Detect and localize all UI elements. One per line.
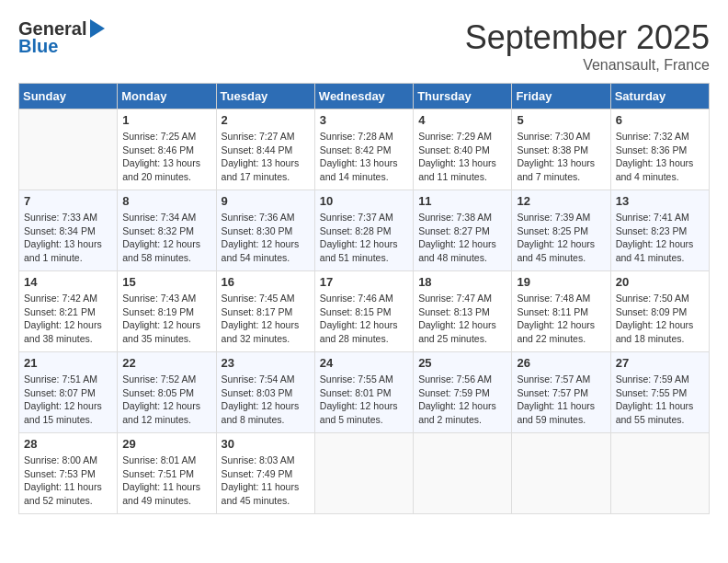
calendar-cell: 30Sunrise: 8:03 AMSunset: 7:49 PMDayligh… [216, 433, 314, 514]
logo-blue-text: Blue [18, 36, 58, 57]
weekday-header: Friday [512, 84, 610, 109]
calendar-cell: 20Sunrise: 7:50 AMSunset: 8:09 PMDayligh… [610, 271, 709, 352]
calendar-cell: 5Sunrise: 7:30 AMSunset: 8:38 PMDaylight… [512, 109, 610, 190]
calendar-cell: 1Sunrise: 7:25 AMSunset: 8:46 PMDaylight… [118, 109, 216, 190]
day-number: 28 [24, 437, 112, 451]
calendar-cell: 24Sunrise: 7:55 AMSunset: 8:01 PMDayligh… [314, 352, 413, 433]
calendar-cell: 26Sunrise: 7:57 AMSunset: 7:57 PMDayligh… [512, 352, 610, 433]
calendar-cell: 3Sunrise: 7:28 AMSunset: 8:42 PMDaylight… [314, 109, 413, 190]
day-info: Sunrise: 7:42 AMSunset: 8:21 PMDaylight:… [24, 292, 112, 346]
day-number: 27 [616, 356, 704, 370]
day-number: 19 [517, 275, 605, 289]
location: Venansault, France [465, 57, 710, 74]
day-info: Sunrise: 7:54 AMSunset: 8:03 PMDaylight:… [222, 373, 310, 427]
weekday-header: Tuesday [216, 84, 314, 109]
calendar-week-row: 1Sunrise: 7:25 AMSunset: 8:46 PMDaylight… [19, 109, 710, 190]
day-number: 22 [122, 356, 210, 370]
calendar-cell: 15Sunrise: 7:43 AMSunset: 8:19 PMDayligh… [118, 271, 216, 352]
calendar-cell [610, 433, 709, 514]
day-info: Sunrise: 7:50 AMSunset: 8:09 PMDaylight:… [616, 292, 704, 346]
day-number: 30 [222, 437, 310, 451]
day-info: Sunrise: 7:43 AMSunset: 8:19 PMDaylight:… [122, 292, 210, 346]
calendar-cell: 7Sunrise: 7:33 AMSunset: 8:34 PMDaylight… [19, 190, 118, 271]
calendar-cell: 2Sunrise: 7:27 AMSunset: 8:44 PMDaylight… [216, 109, 314, 190]
calendar-cell: 17Sunrise: 7:46 AMSunset: 8:15 PMDayligh… [314, 271, 413, 352]
calendar-cell [19, 109, 118, 190]
day-info: Sunrise: 7:51 AMSunset: 8:07 PMDaylight:… [24, 373, 112, 427]
day-number: 11 [418, 194, 506, 208]
day-info: Sunrise: 8:00 AMSunset: 7:53 PMDaylight:… [24, 454, 112, 508]
day-number: 3 [320, 113, 408, 127]
day-info: Sunrise: 7:38 AMSunset: 8:27 PMDaylight:… [418, 211, 506, 265]
day-info: Sunrise: 8:01 AMSunset: 7:51 PMDaylight:… [122, 454, 210, 508]
day-info: Sunrise: 7:55 AMSunset: 8:01 PMDaylight:… [320, 373, 408, 427]
calendar-cell: 16Sunrise: 7:45 AMSunset: 8:17 PMDayligh… [216, 271, 314, 352]
day-number: 17 [320, 275, 408, 289]
page-header: General Blue September 2025 Venansault, … [18, 18, 710, 74]
day-number: 1 [122, 113, 210, 127]
calendar-cell: 11Sunrise: 7:38 AMSunset: 8:27 PMDayligh… [414, 190, 512, 271]
day-info: Sunrise: 7:41 AMSunset: 8:23 PMDaylight:… [616, 211, 704, 265]
day-number: 9 [222, 194, 310, 208]
calendar-cell: 19Sunrise: 7:48 AMSunset: 8:11 PMDayligh… [512, 271, 610, 352]
calendar-cell: 25Sunrise: 7:56 AMSunset: 7:59 PMDayligh… [414, 352, 512, 433]
month-title: September 2025 [465, 18, 710, 57]
calendar-cell: 9Sunrise: 7:36 AMSunset: 8:30 PMDaylight… [216, 190, 314, 271]
day-info: Sunrise: 7:57 AMSunset: 7:57 PMDaylight:… [517, 373, 605, 427]
day-info: Sunrise: 7:37 AMSunset: 8:28 PMDaylight:… [320, 211, 408, 265]
day-number: 16 [222, 275, 310, 289]
calendar-week-row: 14Sunrise: 7:42 AMSunset: 8:21 PMDayligh… [19, 271, 710, 352]
day-number: 23 [222, 356, 310, 370]
day-info: Sunrise: 8:03 AMSunset: 7:49 PMDaylight:… [222, 454, 310, 508]
day-info: Sunrise: 7:39 AMSunset: 8:25 PMDaylight:… [517, 211, 605, 265]
day-info: Sunrise: 7:28 AMSunset: 8:42 PMDaylight:… [320, 130, 408, 184]
day-info: Sunrise: 7:59 AMSunset: 7:55 PMDaylight:… [616, 373, 704, 427]
day-number: 5 [517, 113, 605, 127]
calendar-cell: 12Sunrise: 7:39 AMSunset: 8:25 PMDayligh… [512, 190, 610, 271]
day-info: Sunrise: 7:52 AMSunset: 8:05 PMDaylight:… [122, 373, 210, 427]
logo-arrow-icon [90, 19, 105, 38]
day-info: Sunrise: 7:29 AMSunset: 8:40 PMDaylight:… [418, 130, 506, 184]
day-info: Sunrise: 7:48 AMSunset: 8:11 PMDaylight:… [517, 292, 605, 346]
day-number: 20 [616, 275, 704, 289]
day-info: Sunrise: 7:47 AMSunset: 8:13 PMDaylight:… [418, 292, 506, 346]
day-number: 14 [24, 275, 112, 289]
calendar-cell: 14Sunrise: 7:42 AMSunset: 8:21 PMDayligh… [19, 271, 118, 352]
calendar-cell [314, 433, 413, 514]
weekday-header: Sunday [19, 84, 118, 109]
calendar-cell: 28Sunrise: 8:00 AMSunset: 7:53 PMDayligh… [19, 433, 118, 514]
day-number: 21 [24, 356, 112, 370]
calendar-cell: 27Sunrise: 7:59 AMSunset: 7:55 PMDayligh… [610, 352, 709, 433]
calendar-cell [512, 433, 610, 514]
day-info: Sunrise: 7:25 AMSunset: 8:46 PMDaylight:… [122, 130, 210, 184]
calendar-cell: 18Sunrise: 7:47 AMSunset: 8:13 PMDayligh… [414, 271, 512, 352]
weekday-header: Saturday [610, 84, 709, 109]
calendar-week-row: 21Sunrise: 7:51 AMSunset: 8:07 PMDayligh… [19, 352, 710, 433]
day-number: 13 [616, 194, 704, 208]
day-number: 18 [418, 275, 506, 289]
day-number: 10 [320, 194, 408, 208]
calendar-cell: 10Sunrise: 7:37 AMSunset: 8:28 PMDayligh… [314, 190, 413, 271]
day-info: Sunrise: 7:36 AMSunset: 8:30 PMDaylight:… [222, 211, 310, 265]
weekday-header: Monday [118, 84, 216, 109]
calendar-header-row: SundayMondayTuesdayWednesdayThursdayFrid… [19, 84, 710, 109]
calendar-week-row: 7Sunrise: 7:33 AMSunset: 8:34 PMDaylight… [19, 190, 710, 271]
calendar-cell: 4Sunrise: 7:29 AMSunset: 8:40 PMDaylight… [414, 109, 512, 190]
logo: General Blue [18, 18, 105, 57]
calendar-cell: 8Sunrise: 7:34 AMSunset: 8:32 PMDaylight… [118, 190, 216, 271]
day-number: 12 [517, 194, 605, 208]
day-info: Sunrise: 7:46 AMSunset: 8:15 PMDaylight:… [320, 292, 408, 346]
day-number: 15 [122, 275, 210, 289]
day-info: Sunrise: 7:32 AMSunset: 8:36 PMDaylight:… [616, 130, 704, 184]
day-number: 2 [222, 113, 310, 127]
calendar-cell: 22Sunrise: 7:52 AMSunset: 8:05 PMDayligh… [118, 352, 216, 433]
day-number: 8 [122, 194, 210, 208]
day-number: 24 [320, 356, 408, 370]
calendar-cell [414, 433, 512, 514]
calendar-week-row: 28Sunrise: 8:00 AMSunset: 7:53 PMDayligh… [19, 433, 710, 514]
weekday-header: Thursday [414, 84, 512, 109]
weekday-header: Wednesday [314, 84, 413, 109]
calendar-cell: 6Sunrise: 7:32 AMSunset: 8:36 PMDaylight… [610, 109, 709, 190]
day-number: 25 [418, 356, 506, 370]
day-info: Sunrise: 7:27 AMSunset: 8:44 PMDaylight:… [222, 130, 310, 184]
